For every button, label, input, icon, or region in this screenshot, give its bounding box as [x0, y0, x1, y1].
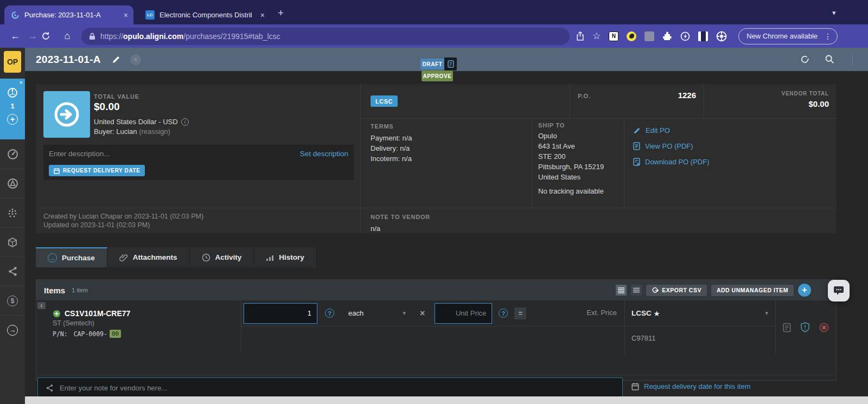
unit-price-input[interactable]: [435, 303, 492, 324]
delete-po-icon[interactable]: ×: [130, 54, 141, 65]
lock-icon: [89, 33, 95, 40]
sidebar-item-parts[interactable]: [0, 198, 25, 227]
note-to-vendor-value: n/a: [371, 225, 837, 233]
vendor-detail-row: TERMS Payment: n/a Delivery: n/a Incoter…: [361, 118, 837, 208]
quantity-input[interactable]: [244, 303, 317, 324]
edit-title-pencil-icon[interactable]: [112, 55, 120, 64]
sidebar-close-icon[interactable]: ×: [20, 79, 23, 86]
vendor-top-row: LCSC P.O. 1226 VENDOR TOTAL $0.00: [361, 84, 837, 118]
part-number[interactable]: CS1V101M-CRE77: [65, 309, 130, 318]
forward-button[interactable]: →: [24, 30, 41, 42]
sidebar-nav: $ →: [0, 139, 25, 344]
tab-activity[interactable]: Activity: [190, 247, 254, 267]
vendor-note-box[interactable]: [37, 377, 623, 398]
back-button[interactable]: ←: [7, 30, 24, 42]
po-actions-cell: Edit PO View PO (PDF) Download PO (PDF): [624, 119, 837, 208]
vendor-select[interactable]: LCSC ★ ▾: [625, 300, 776, 326]
download-po-link[interactable]: Download PO (PDF): [633, 158, 837, 166]
quantity-help-icon[interactable]: ?: [325, 309, 334, 318]
vendor-note-input[interactable]: [60, 384, 615, 392]
tab-close-icon[interactable]: ×: [254, 11, 265, 20]
sidebar-item-dashboard[interactable]: [0, 139, 25, 169]
sidebar-add-icon[interactable]: +: [7, 114, 18, 125]
chat-launcher-button[interactable]: [828, 280, 850, 302]
target-extension-icon[interactable]: [716, 31, 727, 42]
reassign-link[interactable]: (reassign): [139, 127, 170, 136]
extension-icon-yellow[interactable]: [627, 31, 636, 41]
bookmark-star-icon[interactable]: ☆: [592, 30, 601, 42]
extension-icon-grey[interactable]: [644, 31, 654, 41]
sidebar-active-section[interactable]: × 1 +: [0, 79, 25, 139]
created-line: Created by Lucian Chapar on 2023-11-01 (…: [43, 213, 361, 220]
list-view-comfortable-button[interactable]: [631, 285, 642, 296]
sidebar-item-inventory[interactable]: [0, 227, 25, 256]
vendor-total-label: VENDOR TOTAL: [781, 91, 829, 97]
po-summary-card: TOTAL VALUE $0.00 United States Dollar -…: [36, 84, 837, 233]
search-icon[interactable]: [825, 54, 834, 64]
browser-tab-purchase[interactable]: Purchase: 2023-11-01-A ×: [4, 5, 133, 24]
terms-payment: Payment: n/a: [371, 133, 532, 143]
expand-plus-icon[interactable]: [53, 310, 61, 318]
notion-extension-icon[interactable]: N: [609, 31, 618, 41]
pin-placer-icon[interactable]: [7, 87, 18, 98]
view-po-link[interactable]: View PO (PDF): [633, 142, 837, 150]
currency-info-icon[interactable]: i: [181, 118, 189, 126]
add-item-button[interactable]: +: [798, 284, 811, 297]
item-row: 1 CS1V101M-CRE77 ST (Semtech) P/N: CAP-0…: [36, 300, 836, 354]
equals-sign: =: [514, 307, 526, 319]
status-doc-icon[interactable]: [444, 57, 457, 70]
vendor-badge[interactable]: LCSC: [371, 95, 398, 107]
share-icon[interactable]: [576, 31, 584, 41]
request-item-delivery-link[interactable]: Request delivery date for this item: [631, 382, 751, 390]
tab-attachments[interactable]: Attachments: [107, 247, 190, 267]
price-help-icon[interactable]: ?: [499, 309, 508, 318]
home-button[interactable]: ⌂: [59, 30, 76, 42]
cube-icon: [7, 237, 18, 248]
export-csv-button[interactable]: EXPORT CSV: [646, 285, 707, 296]
calendar-icon: [54, 168, 60, 174]
tab-history[interactable]: History: [254, 247, 317, 267]
multiply-sign: ×: [420, 309, 425, 318]
split-screen-extension-icon[interactable]: [698, 31, 708, 41]
dot-grid-icon: [7, 208, 18, 219]
new-chrome-available-button[interactable]: New Chrome available ⋮: [738, 28, 838, 44]
tab-purchase[interactable]: → Purchase: [36, 247, 107, 267]
remove-item-icon[interactable]: [819, 323, 829, 332]
approve-button[interactable]: APPROVE: [422, 70, 453, 81]
sidebar-item-finance[interactable]: $: [0, 286, 25, 315]
reload-button[interactable]: [41, 31, 59, 41]
quote-doc-icon[interactable]: [783, 323, 791, 332]
address-bar[interactable]: https://opulo.aligni.com/purchases/21991…: [81, 28, 570, 45]
set-description-link[interactable]: Set description: [300, 150, 348, 158]
org-logo[interactable]: OP: [4, 51, 21, 73]
chrome-menu-icon[interactable]: ⋮: [822, 32, 834, 41]
extensions-puzzle-icon[interactable]: [662, 31, 672, 41]
refresh-icon[interactable]: [800, 54, 810, 65]
vendor-name-cell: LCSC: [361, 84, 570, 118]
description-placeholder[interactable]: Enter description...: [49, 150, 110, 158]
tab-search-chevron-icon[interactable]: ▾: [832, 9, 836, 17]
purchase-tile-icon: [43, 91, 90, 138]
vendor-total: $0.00: [808, 99, 829, 108]
lighthouse-extension-icon[interactable]: [680, 31, 690, 41]
request-delivery-date-button[interactable]: REQUEST DELIVERY DATE: [49, 165, 145, 176]
ship-to-line: United States: [538, 172, 624, 182]
list-view-dense-button[interactable]: [616, 285, 627, 296]
items-toolbar: EXPORT CSV ADD UNMANAGED ITEM +: [616, 284, 828, 297]
sidebar-item-purchasing[interactable]: →: [0, 315, 25, 344]
browser-tab-lcsc[interactable]: LC Electronic Components Distrib ×: [139, 5, 270, 24]
po-number-cell: P.O. 1226: [570, 84, 704, 118]
new-tab-button[interactable]: +: [278, 8, 284, 18]
shield-alert-icon[interactable]: [800, 322, 810, 332]
sidebar-item-navigator[interactable]: [0, 169, 25, 198]
uom-select[interactable]: each ▾: [342, 304, 410, 323]
ship-to-cell: SHIP TO Opulo 643 1st Ave STE 200 Pittsb…: [532, 119, 624, 208]
clock-icon: [202, 253, 210, 262]
add-unmanaged-item-button[interactable]: ADD UNMANAGED ITEM: [711, 285, 794, 296]
url-text: https://opulo.aligni.com/purchases/21991…: [100, 31, 280, 41]
sidebar-item-share[interactable]: [0, 256, 25, 286]
edit-po-link[interactable]: Edit PO: [633, 126, 837, 134]
tab-close-icon[interactable]: ×: [117, 11, 128, 20]
chevron-down-icon: ▾: [765, 310, 768, 317]
purchase-tab-icon: →: [48, 253, 57, 262]
